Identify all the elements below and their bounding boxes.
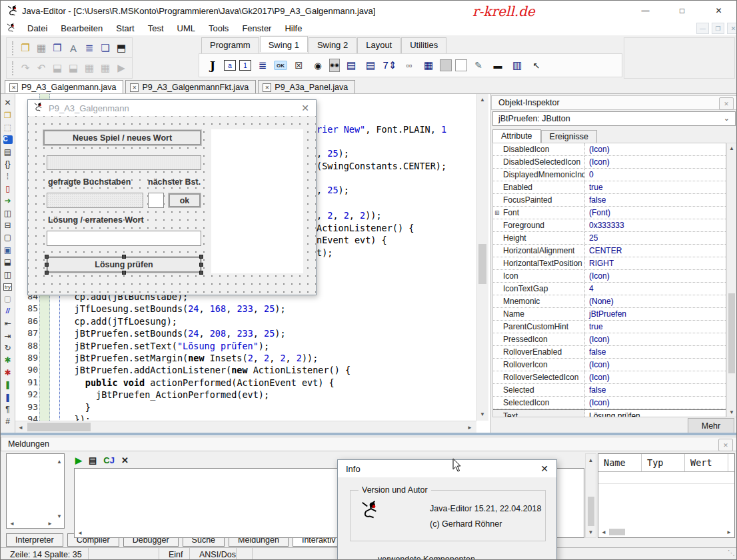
palette-tab-layout[interactable]: Layout (357, 37, 400, 53)
inspector-tab-attribute[interactable]: Attribute (492, 129, 541, 143)
scroll-down-icon[interactable]: ▼ (586, 529, 595, 535)
property-value[interactable]: 4 (585, 284, 594, 293)
list-view-icon[interactable]: ▤ (89, 455, 97, 465)
strip-try-block-icon[interactable]: try (1, 281, 15, 293)
property-value[interactable]: CENTER (585, 246, 622, 255)
property-row-icontextgap[interactable]: IconTextGap4 (493, 283, 726, 295)
property-value[interactable]: (Icon) (585, 335, 610, 344)
variables-table[interactable]: NameTypWert ◄ ► (598, 453, 735, 538)
menu-item-uml[interactable]: UML (171, 23, 202, 33)
jcheckbox-icon[interactable]: ☒ (291, 57, 307, 73)
scroll-down-icon[interactable]: ▼ (477, 410, 488, 418)
strip-outline-icon[interactable]: ⁞ (1, 170, 15, 182)
inspector-close-icon[interactable]: ✕ (719, 97, 734, 110)
property-row-rolloverselectedicon[interactable]: RolloverSelectedIcon(Icon) (493, 371, 726, 384)
redo-icon[interactable]: ↷ (17, 60, 33, 76)
property-row-displayedmnemonicind[interactable]: DisplayedMnemonicInd0 (493, 169, 726, 181)
strip-pilcrow-icon[interactable]: ¶ (1, 403, 15, 415)
menu-item-bearbeiten[interactable]: Bearbeiten (54, 23, 109, 33)
inspector-object-select[interactable]: jBtPruefen: JButton ⌄ (492, 111, 736, 126)
form-ok-button[interactable]: ok (169, 193, 201, 207)
minimize-button[interactable]: — (627, 1, 664, 21)
scroll-down-icon[interactable]: ▼ (727, 409, 736, 415)
strip-debug-icon[interactable]: ✱ (1, 354, 15, 366)
strip-indent-right-icon[interactable]: ⇥ (1, 329, 15, 341)
property-row-height[interactable]: Height25 (493, 232, 726, 245)
turtle-icon[interactable]: ✎ (470, 57, 486, 73)
form-new-game-button[interactable]: Neues Spiel / neues Wort (43, 130, 201, 145)
strip-book-green-icon[interactable]: ❚ (1, 379, 15, 391)
menu-item-datei[interactable]: Datei (21, 23, 54, 33)
property-value[interactable]: true (585, 183, 603, 192)
scroll-up-icon[interactable]: ▲ (56, 458, 63, 465)
property-value[interactable]: (Icon) (585, 360, 610, 369)
scroll-up-icon[interactable]: ▲ (727, 145, 736, 151)
close-button[interactable]: ✕ (700, 1, 737, 21)
scroll-down-icon[interactable]: ▼ (56, 513, 63, 519)
property-row-selected[interactable]: Selectedfalse (493, 384, 726, 397)
compile-icon[interactable]: ▦ (81, 60, 97, 76)
undo-icon[interactable]: ↶ (33, 60, 49, 76)
jtextfield-icon[interactable]: a (224, 60, 236, 71)
file-tab-p9_a3_galgenmann.java[interactable]: ✕P9_A3_Galgenmann.java (5, 80, 123, 93)
save-icon[interactable]: ▦ (33, 40, 49, 56)
resize-grip-icon[interactable]: ⋱ (728, 549, 735, 557)
property-row-foreground[interactable]: Foreground0x333333 (493, 219, 726, 232)
strip-bottom-window-icon[interactable]: ⬓ (1, 256, 15, 268)
scroll-right-icon[interactable]: ► (47, 520, 53, 527)
mdi-restore-button[interactable]: ❐ (712, 23, 724, 34)
jspinner-icon[interactable]: 7⇕ (382, 57, 398, 73)
property-value[interactable]: (None) (585, 297, 614, 306)
form-dialog-titlebar[interactable]: P9_A3_Galgenmann ✕ (28, 100, 316, 116)
form-word-textfield[interactable] (47, 155, 201, 170)
jscrollbar-icon[interactable]: ▫▫ (401, 57, 417, 73)
jar-icon[interactable]: ⬓ (49, 60, 65, 76)
strip-blank-window-icon[interactable]: ▢ (1, 293, 15, 305)
property-row-name[interactable]: NamejBtPruefen (493, 308, 726, 321)
property-value[interactable]: (Icon) (585, 398, 610, 407)
strip-hash-icon[interactable]: # (1, 415, 15, 427)
strip-comment-icon[interactable]: // (1, 305, 15, 317)
form-canvas[interactable]: Neues Spiel / neues Wort gefragte Buchst… (28, 116, 316, 295)
jslider-icon[interactable]: ▬ (490, 57, 506, 73)
palette-tab-programm[interactable]: Programm (201, 37, 259, 53)
form-asked-label[interactable]: gefragte Buchstaben (48, 177, 131, 187)
jtable-icon[interactable]: ▦ (420, 57, 436, 73)
property-value[interactable]: Lösung prüfen (585, 411, 640, 417)
console-java-icon[interactable]: CJ (103, 455, 115, 465)
property-value[interactable]: jBtPruefen (585, 309, 626, 319)
selection-handle[interactable] (45, 255, 49, 259)
scroll-left-icon[interactable]: ◄ (600, 529, 607, 535)
property-value[interactable]: (Icon) (585, 145, 610, 154)
strip-dialog-window-icon[interactable]: ⊟ (1, 219, 15, 231)
scroll-up-icon[interactable]: ▲ (586, 457, 595, 463)
strip-book-blue-icon[interactable]: ❚ (1, 391, 15, 403)
property-row-disabledicon[interactable]: DisabledIcon(Icon) (493, 143, 726, 156)
menu-item-test[interactable]: Test (141, 23, 171, 33)
property-row-enabled[interactable]: Enabledtrue (493, 181, 726, 194)
maximize-button[interactable]: □ (664, 1, 700, 21)
property-value[interactable]: 0 (585, 170, 594, 179)
property-value[interactable]: false (585, 385, 606, 395)
property-row-parentcustomhint[interactable]: ParentCustomHinttrue (493, 321, 726, 333)
tab-close-icon[interactable]: ✕ (263, 83, 271, 92)
property-value[interactable]: false (585, 195, 606, 205)
uml-window-icon[interactable]: ⬒ (113, 40, 129, 56)
mdi-close-button[interactable]: ✕ (727, 23, 737, 34)
chevron-down-icon[interactable]: ⌄ (724, 114, 730, 123)
inspector-vertical-scrollbar[interactable]: ▲ ▼ (726, 143, 737, 417)
strip-indent-left-icon[interactable]: ⇤ (1, 317, 15, 329)
form-letter-textfield[interactable] (148, 193, 164, 208)
property-row-horizontalalignment[interactable]: HorizontalAlignmentCENTER (493, 245, 726, 257)
scroll-right-icon[interactable]: ► (466, 423, 474, 431)
strip-columns-window-icon[interactable]: ◫ (1, 268, 15, 280)
jpanel-icon[interactable] (440, 59, 452, 71)
strip-run-arrow-icon[interactable]: ➜ (1, 195, 15, 207)
selection-handle[interactable] (45, 263, 49, 267)
output-vertical-scrollbar[interactable]: ▲ ▼ (585, 453, 596, 538)
strip-selection-frame-icon[interactable]: ⬚ (1, 121, 15, 133)
messages-close-icon[interactable]: ✕ (718, 439, 733, 451)
menu-item-tools[interactable]: Tools (202, 23, 235, 33)
property-row-rolloverenabled[interactable]: RolloverEnabledfalse (493, 346, 726, 359)
structure-icon[interactable]: ≣ (81, 40, 97, 56)
